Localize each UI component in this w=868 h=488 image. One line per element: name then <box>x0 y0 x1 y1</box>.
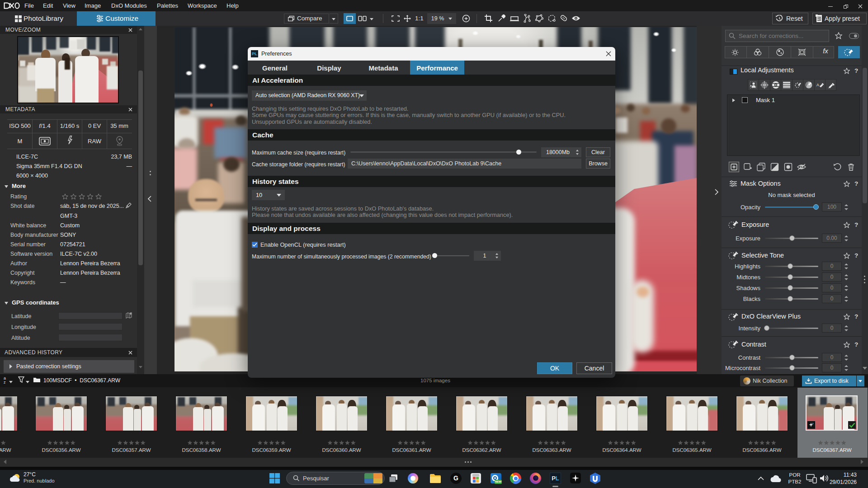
svg-text:A: A <box>816 83 819 87</box>
